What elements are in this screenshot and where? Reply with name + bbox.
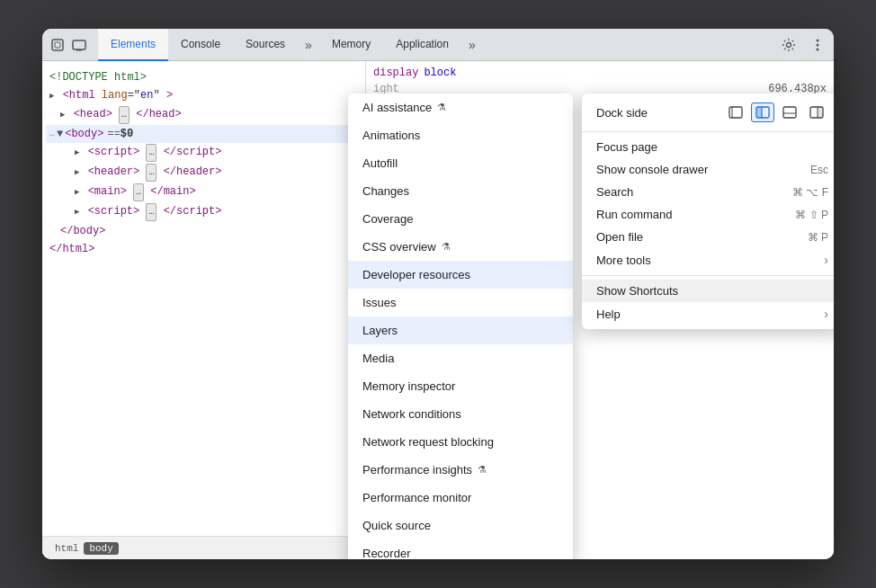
tab-overflow[interactable]: » xyxy=(461,29,483,61)
dock-undock-button[interactable] xyxy=(724,102,747,122)
breadcrumb-html[interactable]: html xyxy=(49,542,84,555)
dom-line-header: ▶ <header> … </header> xyxy=(46,163,362,183)
context-search[interactable]: Search ⌘ ⌥ F xyxy=(582,181,834,203)
svg-point-7 xyxy=(817,48,819,50)
tab-bar-icons xyxy=(46,37,91,53)
menu-item-coverage[interactable]: Coverage xyxy=(348,205,573,233)
tab-right-icons xyxy=(776,32,830,58)
breadcrumb: html body xyxy=(42,536,366,559)
svg-point-4 xyxy=(787,42,791,47)
dom-line-html: ▶ <html lang="en" > xyxy=(46,86,362,105)
dom-line-body[interactable]: … ▼ <body> == $0 xyxy=(46,125,362,143)
dom-line-script2: ▶ <script> … </script> xyxy=(46,202,362,222)
dom-line-html-close: </html> xyxy=(46,240,362,258)
svg-point-6 xyxy=(817,43,819,46)
kebab-menu-button[interactable] xyxy=(805,32,830,58)
dom-line-body-close: </body> xyxy=(46,222,362,240)
context-focus-page[interactable]: Focus page xyxy=(582,136,834,158)
breadcrumb-body[interactable]: body xyxy=(84,542,118,555)
flask-icon-ai: ⚗ xyxy=(437,102,446,113)
tab-sources[interactable]: Sources xyxy=(233,29,298,61)
context-help[interactable]: Help › xyxy=(582,302,834,325)
svg-rect-10 xyxy=(756,107,762,118)
menu-item-ai-assistance[interactable]: AI assistance ⚗ xyxy=(348,94,573,121)
right-context-menu: Dock side xyxy=(582,94,834,329)
svg-rect-2 xyxy=(73,40,85,49)
menu-item-performance-monitor[interactable]: Performance monitor xyxy=(348,484,573,512)
svg-point-5 xyxy=(817,39,819,41)
menu-item-layers[interactable]: Layers xyxy=(348,316,573,344)
separator-1 xyxy=(582,131,834,132)
svg-rect-1 xyxy=(55,42,60,48)
menu-item-recorder[interactable]: Recorder xyxy=(348,539,573,559)
more-tools-dropdown: AI assistance ⚗ Animations Autofill Chan… xyxy=(348,94,573,559)
dom-line-doctype: <!DOCTYPE html> xyxy=(46,68,362,86)
menu-item-changes[interactable]: Changes xyxy=(348,177,573,205)
devtools-window: Elements Console Sources » Memory Applic… xyxy=(42,29,834,559)
dom-line-main: ▶ <main> … </main> xyxy=(46,183,362,202)
help-arrow-icon: › xyxy=(824,307,828,321)
menu-item-network-conditions[interactable]: Network conditions xyxy=(348,400,573,428)
tab-console[interactable]: Console xyxy=(168,29,233,61)
flask-icon-css: ⚗ xyxy=(442,241,451,253)
svg-rect-0 xyxy=(52,40,63,50)
cursor-icon[interactable] xyxy=(49,37,66,53)
context-open-file[interactable]: Open file ⌘ P xyxy=(582,226,834,248)
menu-item-performance-insights[interactable]: Performance insights ⚗ xyxy=(348,456,573,484)
menu-item-developer-resources[interactable]: Developer resources xyxy=(348,261,573,289)
tab-elements[interactable]: Elements xyxy=(98,29,168,61)
more-tools-arrow-icon: › xyxy=(824,253,828,267)
context-show-console-drawer[interactable]: Show console drawer Esc xyxy=(582,158,834,181)
menu-item-quick-source[interactable]: Quick source xyxy=(348,512,573,539)
menu-item-media[interactable]: Media xyxy=(348,344,573,372)
menu-item-css-overview[interactable]: CSS overview ⚗ xyxy=(348,233,573,261)
svg-rect-12 xyxy=(783,107,796,118)
svg-rect-8 xyxy=(729,107,742,118)
menu-item-autofill[interactable]: Autofill xyxy=(348,149,573,177)
context-run-command[interactable]: Run command ⌘ ⇧ P xyxy=(582,203,834,226)
tab-application[interactable]: Application xyxy=(383,29,461,61)
dock-side-row: Dock side xyxy=(582,97,834,128)
separator-2 xyxy=(582,275,834,276)
menu-item-memory-inspector[interactable]: Memory inspector xyxy=(348,372,573,400)
svg-rect-3 xyxy=(76,49,82,51)
dock-icons xyxy=(724,102,828,122)
settings-button[interactable] xyxy=(776,32,801,58)
svg-rect-15 xyxy=(818,107,823,118)
menu-item-issues[interactable]: Issues xyxy=(348,289,573,316)
context-more-tools[interactable]: More tools › xyxy=(582,248,834,272)
dock-right-button[interactable] xyxy=(805,102,828,122)
context-show-shortcuts[interactable]: Show Shortcuts xyxy=(582,280,834,302)
tab-bar: Elements Console Sources » Memory Applic… xyxy=(42,29,834,61)
dock-left-button[interactable] xyxy=(751,102,774,122)
menu-item-network-request-blocking[interactable]: Network request blocking xyxy=(348,428,573,456)
dom-line-script1: ▶ <script> … </script> xyxy=(46,143,362,163)
main-content: <!DOCTYPE html> ▶ <html lang="en" > ▶ <h… xyxy=(42,61,834,559)
flask-icon-perf: ⚗ xyxy=(478,464,487,476)
dom-panel: <!DOCTYPE html> ▶ <html lang="en" > ▶ <h… xyxy=(42,61,366,559)
tab-more[interactable]: » xyxy=(298,29,319,61)
dock-bottom-button[interactable] xyxy=(778,102,801,122)
menu-item-animations[interactable]: Animations xyxy=(348,121,573,149)
tab-memory[interactable]: Memory xyxy=(319,29,383,61)
device-icon[interactable] xyxy=(71,37,87,53)
dom-line-head: ▶ <head> … </head> xyxy=(46,105,362,125)
dock-side-label: Dock side xyxy=(596,106,648,120)
